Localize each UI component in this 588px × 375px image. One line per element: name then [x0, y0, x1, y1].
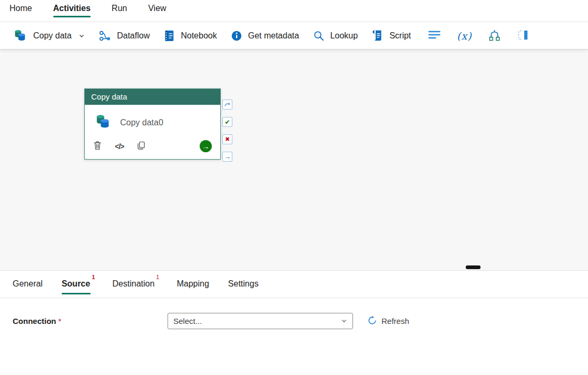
delete-activity-button[interactable]: [93, 141, 102, 152]
activity-card-body: Copy data0: [85, 105, 220, 137]
refresh-icon: [368, 316, 377, 327]
tab-settings[interactable]: Settings: [228, 271, 260, 298]
tab-source[interactable]: Source1: [62, 271, 95, 298]
validation-badge: 1: [156, 274, 159, 280]
frame-icon: [517, 29, 529, 43]
tab-run[interactable]: Run: [112, 0, 127, 18]
lookup-icon: [313, 30, 325, 42]
toolbar-item-label: Notebook: [181, 31, 217, 41]
select-value: Select...: [173, 317, 202, 325]
duplicate-activity-button[interactable]: [137, 141, 145, 152]
toolbar-item-label: Lookup: [330, 31, 358, 41]
refresh-label: Refresh: [381, 317, 409, 325]
activity-name: Copy data0: [120, 118, 163, 127]
activity-card-header: Copy data: [85, 89, 220, 105]
toolbar-item-label: Copy data: [33, 31, 72, 41]
toolbar-more-activities-button[interactable]: [511, 25, 535, 47]
panel-tab-label: Settings: [228, 279, 259, 288]
chevron-down-icon: [341, 317, 347, 325]
toolbar-copy-data-button[interactable]: Copy data: [5, 25, 92, 46]
toolbar-get-metadata-button[interactable]: Get metadata: [224, 26, 306, 46]
run-activity-button[interactable]: →: [200, 140, 212, 152]
on-success-port[interactable]: ✔: [222, 117, 232, 127]
on-fail-port[interactable]: ✖: [222, 134, 232, 144]
lines-icon: [428, 29, 441, 42]
arrow-right-icon: →: [224, 153, 231, 160]
toolbar-lines-button[interactable]: [422, 25, 447, 46]
properties-tabs: General Source1 Destination1 Mapping Set…: [0, 271, 588, 298]
pipeline-canvas[interactable]: Copy data Copy data0: [0, 50, 588, 270]
view-code-button[interactable]: </>: [115, 142, 124, 151]
curved-arrow-icon: [224, 101, 231, 108]
ribbon-tabs: Home Activities Run View: [0, 0, 588, 18]
info-icon: [231, 30, 242, 42]
switch-icon: [488, 28, 501, 43]
notebook-icon: [163, 29, 175, 42]
toolbar-set-variable-button[interactable]: (x): [451, 26, 478, 46]
tab-activities[interactable]: Activities: [53, 0, 91, 18]
refresh-button[interactable]: Refresh: [368, 316, 409, 327]
set-variable-icon: (x): [457, 30, 472, 42]
copy-icon: [137, 141, 145, 152]
activity-card-toolbar: </> →: [85, 137, 220, 159]
on-completion-port[interactable]: →: [222, 152, 232, 162]
cross-icon: ✖: [225, 136, 230, 142]
connection-select[interactable]: Select...: [168, 313, 353, 329]
toolbar-lookup-button[interactable]: Lookup: [306, 26, 365, 46]
copy-data-activity-card[interactable]: Copy data Copy data0: [84, 88, 221, 160]
panel-tab-label: General: [13, 279, 43, 288]
copy-data-icon: [93, 114, 112, 132]
toolbar-switch-button[interactable]: [482, 24, 507, 47]
trash-icon: [93, 141, 102, 152]
tab-destination[interactable]: Destination1: [112, 271, 159, 298]
check-icon: ✔: [224, 119, 230, 125]
panel-tab-label: Destination: [112, 279, 154, 288]
tab-home[interactable]: Home: [9, 0, 32, 18]
copy-data-icon: [12, 29, 27, 42]
connection-row: Connection* Select... Refresh: [0, 298, 588, 329]
dataflow-icon: [99, 29, 111, 42]
activities-toolbar: Copy data Dataflow Notebook: [0, 22, 588, 50]
chevron-down-icon: [79, 33, 85, 39]
on-skip-port[interactable]: [222, 100, 232, 110]
panel-tab-label: Mapping: [177, 279, 209, 288]
canvas-hscrollbar-thumb[interactable]: [466, 265, 481, 269]
validation-badge: 1: [92, 274, 95, 280]
toolbar-item-label: Script: [389, 31, 411, 41]
toolbar-script-button[interactable]: Script: [365, 25, 418, 46]
panel-tab-label: Source: [62, 279, 90, 288]
toolbar-dataflow-button[interactable]: Dataflow: [92, 25, 156, 46]
toolbar-notebook-button[interactable]: Notebook: [156, 25, 224, 46]
tab-mapping[interactable]: Mapping: [177, 271, 210, 298]
code-icon: </>: [115, 142, 124, 151]
tab-view[interactable]: View: [148, 0, 166, 18]
toolbar-item-label: Dataflow: [117, 31, 150, 41]
required-asterisk: *: [58, 317, 62, 325]
properties-panel: General Source1 Destination1 Mapping Set…: [0, 270, 588, 329]
script-icon: [371, 29, 384, 42]
connection-label: Connection*: [13, 317, 168, 325]
tab-general[interactable]: General: [13, 271, 44, 298]
arrow-right-icon: →: [202, 142, 210, 151]
activity-output-ports: ✔ ✖ →: [222, 100, 232, 162]
toolbar-item-label: Get metadata: [248, 31, 299, 41]
